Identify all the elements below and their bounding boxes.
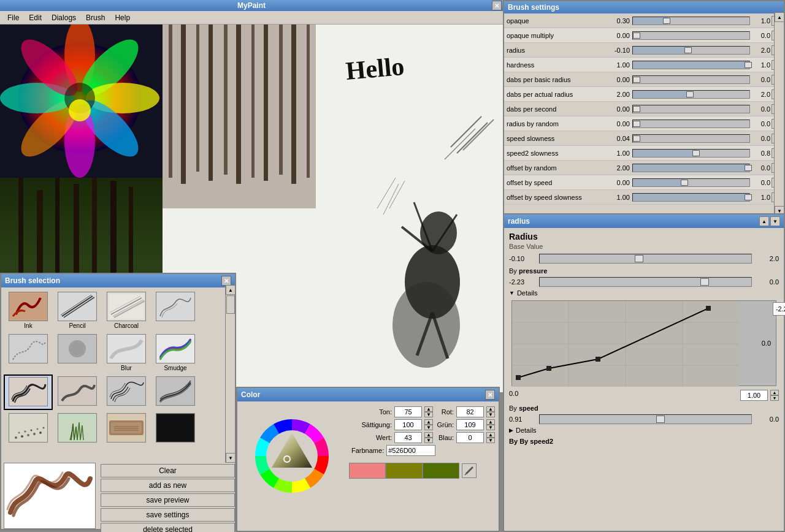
ton-up[interactable]: ▲ bbox=[424, 406, 433, 412]
swatch-3[interactable] bbox=[423, 463, 459, 479]
setting-thumb-7[interactable] bbox=[633, 121, 640, 127]
menu-edit[interactable]: Edit bbox=[24, 12, 47, 23]
blau-down[interactable]: ▼ bbox=[486, 438, 495, 443]
wert-up[interactable]: ▲ bbox=[424, 432, 433, 438]
brush-item-4[interactable] bbox=[151, 290, 200, 331]
rot-down[interactable]: ▼ bbox=[486, 412, 495, 417]
graph-right-up[interactable]: ▲ bbox=[770, 390, 779, 395]
setting-thumb-4[interactable] bbox=[633, 77, 640, 83]
swatch-1[interactable] bbox=[349, 463, 386, 479]
setting-thumb-5[interactable] bbox=[686, 91, 694, 97]
setting-slider-12[interactable] bbox=[632, 193, 750, 202]
brush-item-10[interactable] bbox=[102, 374, 151, 410]
grun-down[interactable]: ▼ bbox=[486, 425, 495, 430]
details-expand[interactable]: ▼ Details bbox=[504, 288, 784, 298]
pressure-graph[interactable]: -2.23 ▲ ▼ 0.0 bbox=[511, 300, 776, 386]
setting-slider-7[interactable] bbox=[632, 120, 750, 128]
graph-right-input[interactable] bbox=[740, 390, 768, 401]
setting-slider-1[interactable] bbox=[632, 31, 750, 40]
setting-slider-9[interactable] bbox=[632, 149, 750, 158]
setting-thumb-12[interactable] bbox=[745, 194, 752, 200]
wert-spinner[interactable]: ▲ ▼ bbox=[424, 432, 433, 443]
pressure-thumb[interactable] bbox=[700, 278, 709, 286]
brush-item-ink[interactable]: Ink bbox=[4, 290, 53, 331]
brush-item-11[interactable] bbox=[151, 374, 200, 410]
radius-scroll-up[interactable]: ▲ bbox=[759, 216, 769, 226]
brush-item-pencil[interactable]: Pencil bbox=[53, 290, 102, 331]
rot-spinner[interactable]: ▲ ▼ bbox=[486, 406, 495, 417]
eyedropper-tool[interactable] bbox=[462, 463, 477, 478]
setting-thumb-11[interactable] bbox=[681, 180, 688, 186]
grun-up[interactable]: ▲ bbox=[486, 419, 495, 425]
scroll-thumb[interactable] bbox=[226, 295, 235, 314]
pressure-track[interactable] bbox=[539, 277, 752, 287]
swatch-2[interactable] bbox=[386, 463, 423, 479]
menu-brush[interactable]: Brush bbox=[81, 12, 110, 23]
graph-value-box[interactable]: -2.23 ▲ ▼ bbox=[773, 302, 785, 316]
setting-slider-3[interactable] bbox=[632, 61, 750, 69]
rot-up[interactable]: ▲ bbox=[486, 406, 495, 412]
radius-scroll-down[interactable]: ▼ bbox=[770, 216, 780, 226]
setting-thumb-9[interactable] bbox=[692, 150, 700, 156]
setting-slider-4[interactable] bbox=[632, 75, 750, 84]
brush-item-selected[interactable] bbox=[4, 374, 53, 410]
close-icon[interactable]: ✕ bbox=[492, 1, 502, 10]
brush-scrollbar[interactable]: ▲ ▼ bbox=[225, 285, 235, 463]
brush-item-charcoal[interactable]: Charcoal bbox=[102, 290, 151, 331]
setting-thumb-8[interactable] bbox=[633, 135, 640, 142]
sattigung-spinner[interactable]: ▲ ▼ bbox=[424, 419, 433, 430]
brush-item-12[interactable] bbox=[4, 411, 53, 446]
color-close-icon[interactable]: ✕ bbox=[485, 390, 495, 400]
brush-panel-close-icon[interactable]: ✕ bbox=[221, 276, 231, 286]
color-wheel[interactable] bbox=[240, 404, 344, 508]
save-preview-button[interactable]: save preview bbox=[101, 493, 235, 507]
setting-thumb-6[interactable] bbox=[633, 106, 640, 112]
speed-track[interactable] bbox=[539, 414, 752, 424]
brush-item-13[interactable] bbox=[53, 411, 102, 446]
brush-item-smudge[interactable]: Smudge bbox=[151, 332, 200, 373]
delete-selected-button[interactable]: delete selected bbox=[101, 523, 235, 532]
menu-help[interactable]: Help bbox=[110, 12, 135, 23]
setting-slider-11[interactable] bbox=[632, 178, 750, 187]
setting-slider-6[interactable] bbox=[632, 105, 750, 113]
setting-slider-0[interactable] bbox=[632, 17, 750, 25]
setting-thumb-10[interactable] bbox=[745, 165, 752, 171]
setting-slider-5[interactable] bbox=[632, 90, 750, 99]
setting-thumb-0[interactable] bbox=[663, 18, 670, 24]
wert-input[interactable] bbox=[394, 432, 422, 443]
ton-spinner[interactable]: ▲ ▼ bbox=[424, 406, 433, 417]
menu-file[interactable]: File bbox=[2, 12, 24, 23]
speed-details-expand[interactable]: ▶ Details bbox=[504, 425, 784, 435]
graph-right-down[interactable]: ▼ bbox=[770, 395, 779, 401]
blau-spinner[interactable]: ▲ ▼ bbox=[486, 432, 495, 443]
rot-input[interactable] bbox=[456, 406, 484, 417]
setting-slider-10[interactable] bbox=[632, 164, 750, 172]
sattigung-up[interactable]: ▲ bbox=[424, 419, 433, 425]
save-settings-button[interactable]: save settings bbox=[101, 508, 235, 522]
brush-item-6[interactable] bbox=[53, 332, 102, 373]
blau-input[interactable] bbox=[456, 432, 484, 443]
sattigung-down[interactable]: ▼ bbox=[424, 425, 433, 430]
settings-scrollbar[interactable]: ▲ ▼ bbox=[774, 12, 784, 216]
brush-item-5[interactable] bbox=[4, 332, 53, 373]
ton-input[interactable] bbox=[394, 406, 422, 417]
ton-down[interactable]: ▼ bbox=[424, 412, 433, 417]
setting-thumb-2[interactable] bbox=[684, 47, 692, 53]
wert-down[interactable]: ▼ bbox=[424, 438, 433, 443]
setting-thumb-3[interactable] bbox=[745, 62, 752, 68]
grun-spinner[interactable]: ▲ ▼ bbox=[486, 419, 495, 430]
radius-base-thumb[interactable] bbox=[635, 255, 643, 262]
add-as-new-button[interactable]: add as new bbox=[101, 479, 235, 492]
sattigung-input[interactable] bbox=[394, 419, 422, 430]
setting-slider-2[interactable] bbox=[632, 46, 750, 55]
clear-button[interactable]: Clear bbox=[101, 464, 235, 477]
radius-base-track[interactable] bbox=[539, 254, 752, 264]
settings-scroll-up[interactable]: ▲ bbox=[775, 12, 784, 22]
setting-slider-8[interactable] bbox=[632, 134, 750, 143]
blau-up[interactable]: ▲ bbox=[486, 432, 495, 438]
setting-thumb-1[interactable] bbox=[633, 32, 640, 39]
brush-item-9[interactable] bbox=[53, 374, 102, 410]
farbname-input[interactable] bbox=[386, 445, 435, 456]
speed-thumb[interactable] bbox=[656, 416, 665, 423]
scroll-up-button[interactable]: ▲ bbox=[226, 285, 236, 295]
